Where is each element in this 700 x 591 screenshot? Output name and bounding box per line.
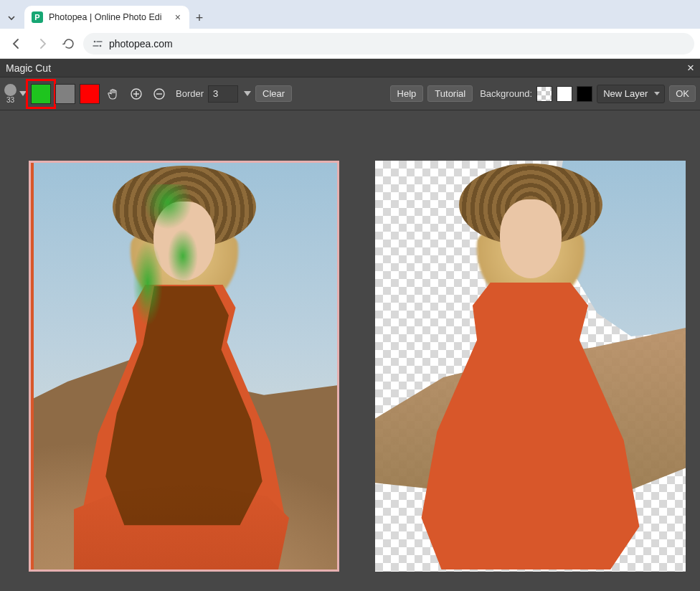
dialog-close-icon[interactable]: × bbox=[687, 61, 694, 75]
zoom-out-icon[interactable] bbox=[150, 85, 169, 103]
bg-option-black[interactable] bbox=[577, 86, 592, 102]
svg-point-0 bbox=[94, 40, 96, 42]
brush-size-dropdown-icon[interactable] bbox=[19, 91, 27, 96]
svg-rect-3 bbox=[93, 45, 99, 46]
nav-back-button[interactable] bbox=[6, 33, 27, 55]
tab-list-dropdown[interactable] bbox=[0, 7, 23, 29]
result-preview-panel[interactable] bbox=[375, 161, 686, 572]
output-layer-select[interactable]: New Layer bbox=[597, 85, 665, 103]
tab-title: Photopea | Online Photo Edi bbox=[49, 12, 168, 22]
tab-close-icon[interactable]: × bbox=[174, 11, 182, 23]
clear-button[interactable]: Clear bbox=[255, 85, 292, 102]
brush-size-indicator[interactable]: 33 bbox=[4, 84, 16, 104]
address-bar[interactable]: photopea.com bbox=[83, 33, 694, 55]
svg-rect-1 bbox=[97, 41, 103, 42]
browser-toolbar: photopea.com bbox=[0, 29, 700, 59]
source-image-panel[interactable] bbox=[29, 161, 339, 572]
photopea-app: Magic Cut × 33 Border Clear Help Tutor bbox=[0, 59, 700, 591]
hand-tool-icon[interactable] bbox=[104, 85, 123, 103]
foreground-brush-strokes bbox=[128, 184, 228, 364]
border-label: Border bbox=[176, 88, 204, 99]
url-text: photopea.com bbox=[109, 38, 173, 49]
photopea-favicon: P bbox=[32, 11, 43, 23]
site-settings-icon[interactable] bbox=[92, 39, 103, 49]
border-dropdown-icon[interactable] bbox=[244, 91, 251, 96]
tutorial-button[interactable]: Tutorial bbox=[427, 85, 473, 102]
dialog-title: Magic Cut bbox=[6, 62, 51, 74]
zoom-in-icon[interactable] bbox=[127, 85, 146, 103]
svg-point-2 bbox=[100, 44, 102, 47]
help-button[interactable]: Help bbox=[390, 85, 424, 102]
new-tab-button[interactable]: + bbox=[189, 11, 209, 29]
dialog-titlebar: Magic Cut × bbox=[0, 59, 700, 77]
ok-button[interactable]: OK bbox=[669, 85, 696, 102]
magic-cut-toolbar: 33 Border Clear Help Tutorial Background… bbox=[0, 77, 700, 110]
neutral-color-swatch[interactable] bbox=[55, 84, 75, 104]
browser-tab-strip: P Photopea | Online Photo Edi × + bbox=[0, 0, 700, 29]
browser-tab[interactable]: P Photopea | Online Photo Edi × bbox=[24, 6, 189, 29]
bg-option-white[interactable] bbox=[557, 86, 572, 102]
bg-option-transparent[interactable] bbox=[536, 86, 552, 102]
background-color-swatch[interactable] bbox=[80, 84, 100, 104]
border-input[interactable] bbox=[208, 85, 238, 103]
nav-reload-button[interactable] bbox=[57, 33, 79, 55]
canvas-area bbox=[0, 110, 700, 591]
foreground-color-swatch[interactable] bbox=[31, 84, 51, 104]
nav-forward-button[interactable] bbox=[32, 33, 53, 55]
background-label: Background: bbox=[480, 88, 532, 99]
brush-size-value: 33 bbox=[6, 96, 14, 104]
